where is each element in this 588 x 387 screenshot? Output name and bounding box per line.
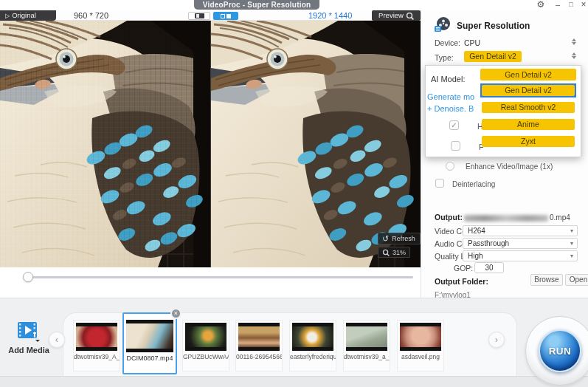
seek-slider-strip <box>0 267 421 298</box>
media-bar: Add Media ‹ › dtwotmisv39_A_ × DCIM0807.… <box>0 298 588 387</box>
ai-model-popup: AI Model: Generate mo + Denoise. B ✓ H F… <box>425 65 581 157</box>
thumbnail-image <box>238 323 280 351</box>
thumbnail-image <box>346 323 387 351</box>
titlebar: VideoProc - Super Resolution ⚙ – □ × <box>0 0 588 10</box>
enhance-radio[interactable] <box>446 162 454 171</box>
open-button[interactable]: Open <box>565 274 588 286</box>
minimize-icon[interactable]: – <box>552 0 564 10</box>
add-media-icon <box>17 321 41 343</box>
dropdown-item-zyxt[interactable]: Zyxt <box>480 134 576 148</box>
ai-model-label: AI Model: <box>431 75 465 83</box>
scroll-right-button[interactable]: › <box>488 332 505 348</box>
original-tab[interactable]: ▷Original <box>0 10 56 21</box>
dropdown-item-anime[interactable]: Anime <box>480 117 576 131</box>
run-button[interactable]: RUN <box>539 329 581 372</box>
type-spinner[interactable] <box>571 51 577 60</box>
thumbnail-image <box>400 323 441 351</box>
output-folder-label: Output Folder: <box>435 277 488 286</box>
seek-slider-handle[interactable] <box>23 272 33 282</box>
magnifier-icon <box>406 12 414 20</box>
seek-slider-track[interactable] <box>28 276 413 278</box>
media-item[interactable]: 00116-26954566 <box>235 320 283 371</box>
settings-gear-icon[interactable]: ⚙ <box>535 0 547 10</box>
media-item[interactable]: dtwotmisv39_A_ <box>73 320 120 371</box>
caret-down-icon: ▾ <box>570 251 573 261</box>
preview-button[interactable]: Preview <box>372 10 421 21</box>
check-icon: ✓ <box>451 121 457 129</box>
split-view-toggle[interactable] <box>213 12 238 20</box>
split-view-icon <box>221 14 225 18</box>
play-icon: ▷ <box>5 13 10 19</box>
output-filename-suffix: 0.mp4 <box>550 213 570 222</box>
source-resolution: 960 * 720 <box>74 11 108 20</box>
caret-down-icon: ▾ <box>570 226 573 236</box>
device-spinner[interactable] <box>571 37 577 46</box>
media-item[interactable]: GPUZBUcWwAAf6 <box>182 320 229 371</box>
zoom-level: 31% <box>392 249 406 256</box>
audio-codec-select[interactable]: Passthrough▾ <box>463 238 578 249</box>
media-item[interactable]: easterlyfrederique <box>289 320 336 371</box>
deinterlacing-checkbox[interactable] <box>435 179 444 188</box>
app-window: VideoProc - Super Resolution ⚙ – □ × ▷Or… <box>0 0 588 387</box>
model-description-line2: + Denoise. B <box>427 104 483 113</box>
zoom-level-control[interactable]: 31% <box>378 247 410 258</box>
run-button-pedestal: RUN <box>525 316 588 386</box>
target-resolution: 1920 * 1440 <box>308 11 352 20</box>
single-view-icon <box>195 13 204 18</box>
thumbnail-image <box>185 323 226 351</box>
remove-media-icon[interactable]: × <box>170 308 181 319</box>
original-image-pane <box>0 21 210 267</box>
model-option1-checkbox[interactable]: ✓ <box>449 120 459 130</box>
thumbnail-image <box>126 320 173 352</box>
dropdown-item-real-smooth[interactable]: Real Smooth v2 <box>480 100 576 114</box>
media-item[interactable]: asdasveil.png <box>397 320 444 371</box>
gop-label: GOP: <box>454 264 473 273</box>
super-resolution-panel: Super Resolution Device: CPU Type: Gen D… <box>421 10 588 298</box>
thumbnail-image <box>292 323 333 351</box>
media-item-selected[interactable]: × DCIM0807.mp4 <box>122 312 177 374</box>
add-media-button[interactable]: Add Media <box>4 321 53 355</box>
comparison-preview: ↺ Refresh 31% <box>0 21 421 267</box>
footer-strip <box>0 376 588 387</box>
close-icon[interactable]: × <box>578 0 588 10</box>
chevron-right-icon: › <box>495 334 498 345</box>
quality-level-select[interactable]: High▾ <box>463 250 578 261</box>
model-select-button[interactable]: Gen Detail v2 <box>480 69 576 81</box>
refresh-label: Refresh <box>392 235 415 242</box>
browse-button[interactable]: Browse <box>530 274 563 286</box>
type-label: Type: <box>435 53 454 62</box>
chevron-left-icon: ‹ <box>55 334 58 345</box>
kookaburra-enhanced-image <box>211 21 421 267</box>
film-reel-icon <box>433 16 452 34</box>
panel-title: Super Resolution <box>457 21 530 31</box>
add-media-label: Add Media <box>4 346 53 355</box>
media-item[interactable]: dtwotmisv39_a_l <box>343 320 390 371</box>
original-label: Original <box>12 11 36 19</box>
device-label: Device: <box>435 38 460 47</box>
refresh-icon: ↺ <box>382 235 389 243</box>
window-title: VideoProc - Super Resolution <box>194 0 319 10</box>
dropdown-item-gen-detail[interactable]: Gen Detail v2 <box>480 83 576 97</box>
zoom-magnifier-icon <box>382 249 390 256</box>
type-value-pill[interactable]: Gen Detail v2 <box>464 51 522 62</box>
single-view-toggle[interactable] <box>188 12 210 20</box>
model-dropdown: Gen Detail v2 Gen Detail v2 Real Smooth … <box>480 69 576 151</box>
output-label: Output: <box>435 213 463 222</box>
device-value[interactable]: CPU <box>464 38 480 47</box>
gop-input[interactable]: 30 <box>474 262 504 273</box>
model-option2-checkbox[interactable] <box>451 141 460 151</box>
video-codec-select[interactable]: H264▾ <box>463 225 578 236</box>
caret-down-icon: ▾ <box>570 239 573 248</box>
pixelation-overlay <box>0 21 210 267</box>
scroll-left-button[interactable]: ‹ <box>49 332 65 348</box>
preview-toolbar: ▷Original 960 * 720 1920 * 1440 Preview <box>0 10 421 21</box>
deinterlacing-label: Deinterlacing <box>452 180 495 188</box>
output-filename-redacted <box>464 215 548 222</box>
model-description-line1: Generate mo <box>427 92 483 101</box>
thumbnail-image <box>76 323 117 351</box>
enhance-label: Enhance Video/Image (1x) <box>466 162 553 171</box>
preview-label: Preview <box>378 10 404 21</box>
enhanced-image-pane <box>210 21 421 267</box>
maximize-icon[interactable]: □ <box>565 0 577 10</box>
refresh-button[interactable]: ↺ Refresh <box>378 233 421 244</box>
